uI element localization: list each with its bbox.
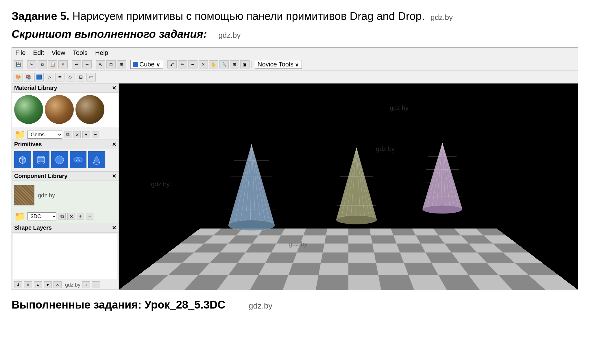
novice-tools-arrow: ∨: [295, 61, 299, 68]
toolbar-2: 🎨 📚 🟦 ▷ ✒ ◇ ⊟ ▭: [12, 71, 578, 83]
bottom-title: Выполненные задания: Урок_28_5.3DC: [12, 299, 226, 311]
primitives-header: Primitives ✕: [12, 140, 119, 149]
menu-view[interactable]: View: [50, 49, 66, 57]
comp-folder-icon: 📁: [14, 211, 26, 222]
layer-btn-2[interactable]: ⬆: [24, 281, 32, 288]
material-thumb-dark[interactable]: [75, 95, 104, 124]
cone-olive-svg: [330, 148, 383, 226]
sep-2: [70, 61, 70, 68]
menu-file[interactable]: File: [14, 49, 27, 57]
paint3-button[interactable]: 🎨: [14, 73, 23, 81]
library-button[interactable]: 📚: [24, 73, 33, 81]
comp-minus-btn[interactable]: −: [86, 213, 93, 220]
pen-button[interactable]: ✒: [188, 60, 197, 68]
layer-btn-1[interactable]: ⬇: [14, 281, 22, 288]
copy-button[interactable]: ⧉: [38, 60, 47, 68]
comp-copy-btn[interactable]: ⧉: [58, 213, 66, 220]
primitive-cube[interactable]: [14, 151, 31, 168]
cube-arrow: ∨: [156, 61, 160, 68]
layer-btn-add[interactable]: +: [82, 281, 90, 288]
delete-button[interactable]: ✕: [58, 60, 68, 68]
select2-button[interactable]: ⊡: [106, 60, 116, 68]
primitives-grid: [12, 149, 119, 170]
pen2-button[interactable]: ✒: [55, 73, 64, 81]
svg-marker-13: [228, 144, 275, 225]
frame-button[interactable]: ▣: [240, 60, 250, 68]
cone-blue-wrapper: [220, 144, 283, 236]
component-controls: 📁 3DC ⧉ ✕ + −: [12, 210, 119, 223]
cone-pink-svg: [417, 143, 468, 215]
svg-point-6: [56, 156, 64, 164]
save-button[interactable]: 💾: [14, 60, 23, 68]
redo-button[interactable]: ↪: [82, 60, 92, 68]
cone-pink-wrapper: [417, 143, 468, 218]
cube-icon: [133, 62, 138, 67]
menu-bar: File Edit View Tools Help: [12, 48, 578, 58]
material-add-btn[interactable]: +: [82, 131, 90, 138]
material-copy-btn[interactable]: ⧉: [64, 131, 71, 138]
cut-button[interactable]: ✂: [27, 60, 36, 68]
layer-btn-3[interactable]: ▲: [34, 281, 42, 288]
material-library-section: Material Library ✕ 📁 Gems ⧉: [12, 83, 119, 140]
primitives-section: Primitives ✕: [12, 140, 119, 172]
select3-button[interactable]: ⊞: [117, 60, 126, 68]
undo-button[interactable]: ↩: [72, 60, 81, 68]
cube-dropdown[interactable]: Cube ∨: [130, 60, 163, 69]
shape-layers-header: Shape Layers ✕: [12, 223, 119, 233]
shape-layers-close[interactable]: ✕: [112, 225, 116, 231]
layer-btn-minus[interactable]: −: [92, 281, 100, 288]
component-content: gdz.by: [12, 181, 119, 210]
material-minus-btn[interactable]: −: [92, 131, 99, 138]
comp-delete-btn[interactable]: ✕: [67, 213, 75, 220]
component-thumb[interactable]: [14, 185, 34, 205]
comp-add-btn[interactable]: +: [77, 213, 84, 220]
gdz-watermark-2: gdz.by: [219, 31, 241, 40]
material-thumb-green[interactable]: [14, 95, 43, 124]
material-thumb-brown[interactable]: [45, 95, 74, 124]
shape-layers-gdz: gdz.by: [65, 282, 80, 288]
grid-button[interactable]: ⊞: [230, 60, 239, 68]
sep-4: [128, 61, 128, 68]
primitive-cylinder[interactable]: [33, 151, 49, 168]
component-library-close[interactable]: ✕: [112, 173, 116, 179]
menu-edit[interactable]: Edit: [32, 49, 45, 57]
svg-point-44: [336, 216, 377, 224]
shape-layers-toolbar: ⬇ ⬆ ▲ ▼ ✕ gdz.by + −: [12, 280, 119, 289]
material-library-header: Material Library ✕: [12, 83, 119, 93]
select-button[interactable]: ↖: [96, 60, 105, 68]
paint-button[interactable]: 🖌: [167, 60, 177, 68]
primitives-close[interactable]: ✕: [112, 141, 116, 148]
gdz-watermark-1: gdz.by: [431, 13, 453, 22]
hand-button[interactable]: ✋: [209, 60, 218, 68]
svg-point-60: [423, 205, 462, 213]
layer-btn-4[interactable]: ▼: [44, 281, 52, 288]
viewport: gdz.by gdz.by gdz.by gdz.by: [119, 83, 578, 290]
comp-dropdown[interactable]: 3DC: [27, 212, 56, 220]
arrow2-button[interactable]: ▷: [45, 73, 54, 81]
primitive-cone[interactable]: [88, 151, 105, 168]
cross-button[interactable]: ✕: [199, 60, 208, 68]
novice-tools-dropdown[interactable]: Novice Tools ∨: [255, 60, 302, 69]
cube2-button[interactable]: 🟦: [34, 73, 44, 81]
screenshot-title: Скриншот выполненного задания:: [12, 28, 207, 40]
grid2-button[interactable]: ⊟: [76, 73, 85, 81]
material-delete-btn[interactable]: ✕: [73, 131, 81, 138]
material-dropdown[interactable]: Gems: [27, 131, 62, 139]
shape-layers-content: [13, 234, 117, 279]
page-wrapper: Задание 5. Нарисуем примитивы с помощью …: [12, 9, 581, 311]
primitive-torus[interactable]: [70, 151, 86, 168]
menu-help[interactable]: Help: [94, 49, 109, 57]
paste-button[interactable]: 📋: [48, 60, 57, 68]
task-title-bold: Задание 5.: [12, 10, 69, 22]
material-library-close[interactable]: ✕: [112, 85, 116, 91]
primitive-sphere[interactable]: [51, 151, 68, 168]
layer-btn-x[interactable]: ✕: [53, 281, 62, 288]
paint2-button[interactable]: ✏: [178, 60, 187, 68]
material-folder-icon: 📁: [14, 129, 26, 140]
component-gdz-label: gdz.by: [38, 192, 55, 199]
diamond-button[interactable]: ◇: [66, 73, 75, 81]
bottom-row: Выполненные задания: Урок_28_5.3DC gdz.b…: [12, 296, 581, 311]
zoom-button[interactable]: 🔍: [219, 60, 229, 68]
rect-button[interactable]: ▭: [86, 73, 96, 81]
menu-tools[interactable]: Tools: [72, 49, 89, 57]
